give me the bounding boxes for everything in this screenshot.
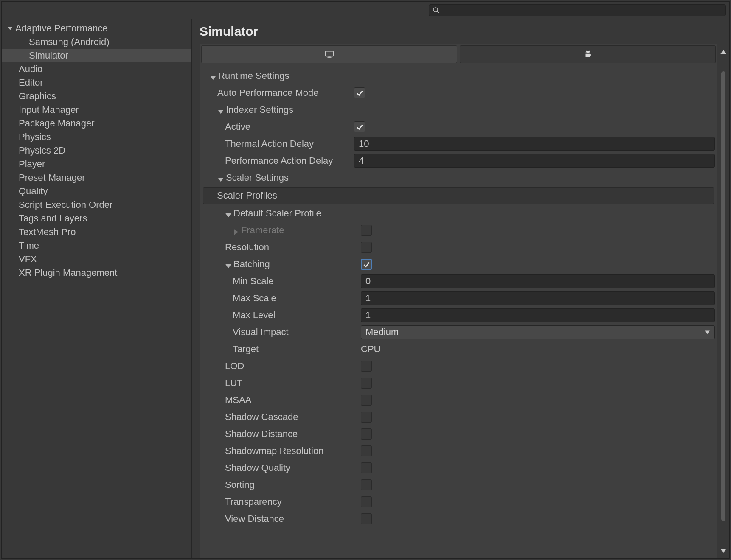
svg-marker-20 (720, 50, 726, 54)
shadow-cascade-checkbox[interactable] (361, 412, 372, 423)
max-level-input[interactable] (361, 308, 715, 322)
sidebar-item-label: Samsung (Android) (29, 36, 110, 48)
runtime-settings-header[interactable]: Runtime Settings (202, 67, 715, 84)
shadow-quality-checkbox[interactable] (361, 462, 372, 473)
svg-marker-21 (720, 549, 726, 553)
sidebar-item-vfx[interactable]: VFX (2, 252, 191, 266)
chevron-down-icon[interactable] (720, 547, 727, 554)
scaler-profiles-row[interactable]: Scaler Profiles (203, 187, 714, 204)
settings-sidebar: Adaptive Performance Samsung (Android) S… (2, 19, 192, 558)
performance-action-delay-input[interactable] (354, 154, 715, 168)
sidebar-item-input-manager[interactable]: Input Manager (2, 103, 191, 117)
lod-checkbox[interactable] (361, 361, 372, 372)
shadow-quality-row: Shadow Quality (202, 459, 715, 476)
sidebar-item-textmesh-pro[interactable]: TextMesh Pro (2, 225, 191, 239)
shadow-distance-checkbox[interactable] (361, 428, 372, 440)
sidebar-item-label: VFX (19, 254, 37, 265)
tab-android[interactable] (460, 45, 716, 63)
sidebar-item-physics-2d[interactable]: Physics 2D (2, 144, 191, 157)
section-label: Default Scaler Profile (233, 208, 321, 219)
field-label: Auto Performance Mode (217, 87, 318, 98)
view-distance-row: View Distance (202, 510, 715, 527)
default-scaler-profile-header[interactable]: Default Scaler Profile (202, 205, 715, 222)
field-label: Batching (233, 259, 270, 270)
min-scale-row: Min Scale (202, 273, 715, 290)
performance-action-delay-row: Performance Action Delay (202, 152, 715, 169)
sidebar-item-label: Tags and Layers (19, 213, 87, 224)
sidebar-item-player[interactable]: Player (2, 157, 191, 171)
chevron-down-icon (225, 261, 232, 268)
sidebar-item-script-execution-order[interactable]: Script Execution Order (2, 198, 191, 212)
lut-row: LUT (202, 375, 715, 392)
sorting-row: Sorting (202, 476, 715, 493)
lut-checkbox[interactable] (361, 378, 372, 389)
svg-line-1 (437, 11, 439, 13)
auto-performance-mode-checkbox[interactable] (354, 87, 365, 98)
svg-line-11 (586, 51, 587, 52)
shadowmap-resolution-checkbox[interactable] (361, 445, 372, 456)
msaa-row: MSAA (202, 392, 715, 409)
msaa-checkbox[interactable] (361, 395, 372, 406)
svg-marker-2 (8, 27, 12, 30)
sidebar-item-graphics[interactable]: Graphics (2, 90, 191, 103)
sidebar-item-adaptive-performance[interactable]: Adaptive Performance (2, 22, 191, 35)
field-label: Visual Impact (233, 327, 289, 338)
resolution-row: Resolution (202, 239, 715, 256)
chevron-down-icon (217, 106, 224, 113)
field-label: Shadowmap Resolution (225, 445, 323, 456)
view-distance-checkbox[interactable] (361, 513, 372, 524)
svg-marker-17 (234, 229, 238, 235)
section-label: Indexer Settings (226, 104, 293, 115)
max-scale-input[interactable] (361, 291, 715, 305)
svg-rect-10 (590, 54, 591, 56)
indexer-settings-header[interactable]: Indexer Settings (202, 101, 715, 118)
indexer-active-row: Active (202, 118, 715, 135)
field-label: Thermal Action Delay (225, 138, 314, 149)
sidebar-item-preset-manager[interactable]: Preset Manager (2, 171, 191, 185)
scrollbar-thumb[interactable] (721, 71, 725, 521)
batching-checkbox[interactable] (361, 259, 372, 270)
svg-marker-14 (218, 110, 223, 114)
resolution-checkbox[interactable] (361, 242, 372, 253)
sorting-checkbox[interactable] (361, 479, 372, 490)
tab-desktop[interactable] (201, 45, 457, 63)
visual-impact-select[interactable]: Medium (361, 325, 715, 339)
scaler-settings-header[interactable]: Scaler Settings (202, 169, 715, 186)
sidebar-item-physics[interactable]: Physics (2, 130, 191, 144)
field-label: Shadow Distance (225, 428, 298, 440)
sidebar-item-package-manager[interactable]: Package Manager (2, 117, 191, 130)
search-field[interactable] (429, 4, 726, 16)
android-icon (583, 50, 593, 59)
field-label: Max Scale (233, 293, 276, 304)
sidebar-item-label: XR Plugin Management (19, 267, 117, 278)
min-scale-input[interactable] (361, 274, 715, 288)
sidebar-item-label: Graphics (19, 91, 56, 102)
page-title: Simulator (192, 19, 717, 44)
sidebar-item-xr-plugin-management[interactable]: XR Plugin Management (2, 266, 191, 280)
sidebar-item-simulator[interactable]: Simulator (2, 49, 191, 62)
sidebar-item-time[interactable]: Time (2, 239, 191, 252)
shadow-cascade-row: Shadow Cascade (202, 409, 715, 426)
batching-row[interactable]: Batching (202, 256, 715, 273)
sidebar-item-samsung-android[interactable]: Samsung (Android) (2, 35, 191, 49)
thermal-action-delay-input[interactable] (354, 137, 715, 151)
transparency-checkbox[interactable] (361, 496, 372, 507)
chevron-up-icon[interactable] (720, 49, 727, 56)
sidebar-item-tags-and-layers[interactable]: Tags and Layers (2, 212, 191, 225)
sidebar-item-label: Adaptive Performance (15, 23, 108, 34)
field-label: Target (233, 344, 259, 355)
field-label: Performance Action Delay (225, 155, 333, 166)
field-label: Active (225, 121, 250, 132)
sidebar-item-quality[interactable]: Quality (2, 185, 191, 198)
main-panel: Simulator Runtime Settings (192, 19, 729, 558)
sidebar-item-editor[interactable]: Editor (2, 76, 191, 90)
svg-rect-4 (328, 57, 331, 58)
sidebar-item-label: Simulator (29, 50, 68, 61)
search-input[interactable] (442, 6, 722, 15)
svg-marker-15 (218, 178, 223, 182)
indexer-active-checkbox[interactable] (354, 121, 365, 132)
field-label: LOD (225, 361, 244, 372)
platform-tabs (200, 44, 717, 63)
svg-rect-9 (585, 54, 585, 56)
sidebar-item-audio[interactable]: Audio (2, 62, 191, 76)
